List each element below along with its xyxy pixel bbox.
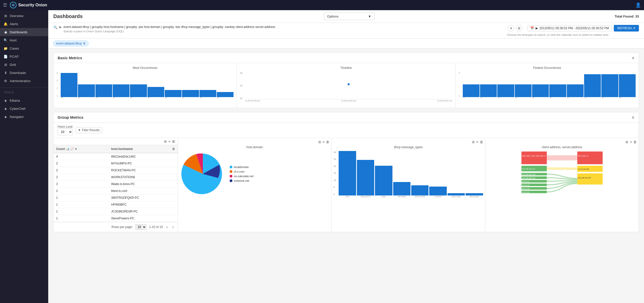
filter-results-button[interactable]: ▼ Filter Results — [76, 127, 102, 133]
bar-list-icon[interactable]: ≡ — [476, 140, 478, 144]
bar — [95, 84, 112, 97]
filter-icon: ▼ — [78, 128, 81, 132]
svg-rect-22 — [577, 152, 603, 164]
bar-inform — [393, 182, 410, 195]
bar-request — [357, 160, 374, 195]
fewest-occurrences-title: Fewest Occurrences — [459, 66, 636, 70]
table-grid-icon[interactable]: ⊞ — [164, 140, 167, 143]
pie-chart-title: host.domain — [180, 145, 329, 149]
page-title: Dashboards — [53, 13, 84, 19]
hostname-table: Count 📊 📈 ▼ — [54, 145, 178, 222]
bar-delete-icon[interactable]: 🗑 — [480, 140, 483, 144]
bar — [601, 74, 618, 97]
user-icon[interactable]: 👤 — [635, 2, 641, 8]
svg-text:10.0.5.15: 10.0.5.15 — [522, 191, 529, 193]
table-row: 2 WORKSTATION6 — [54, 174, 178, 180]
query-settings-button[interactable]: ⚙ — [516, 25, 522, 32]
group-metrics-collapse[interactable]: ∧ — [632, 115, 635, 120]
timeline-x-labels: 11:59:59.999 pm 12:00:00.000 am 12:00:00… — [245, 100, 452, 105]
sidebar-item-overview[interactable]: ⊞ Overview — [0, 12, 48, 20]
filter-tag-close[interactable]: ✕ — [83, 42, 86, 45]
pie-chart-svg — [180, 151, 226, 197]
fetch-limit-select[interactable]: 10 — [58, 129, 73, 135]
rows-per-page-select[interactable]: 10 — [135, 224, 146, 230]
bar — [549, 84, 566, 97]
legend-localdomain: localdomain — [230, 165, 254, 169]
pie-grid-icon[interactable]: ⊞ — [318, 140, 321, 144]
basic-metrics-collapse[interactable]: ∧ — [632, 55, 635, 60]
sankey-grid-icon[interactable]: ⊞ — [625, 140, 628, 144]
count-cell: 1 — [54, 194, 109, 201]
sidebar-item-administration[interactable]: ⚙ Administration — [0, 77, 48, 85]
svg-rect-26 — [577, 173, 603, 185]
count-bar-icon[interactable]: 📈 — [70, 147, 74, 150]
count-cell: 2 — [54, 187, 109, 194]
refresh-icon: ↺ — [633, 26, 635, 30]
bar-grid-icon[interactable]: ⊞ — [472, 140, 475, 144]
table-row: 2 ROCKETMAN-PC — [54, 167, 178, 174]
administration-icon: ⚙ — [4, 79, 8, 83]
dhcp-bars — [339, 151, 483, 195]
hamburger-menu[interactable]: ☰ — [3, 2, 7, 8]
sidebar-item-alerts[interactable]: 🔔 Alerts — [0, 20, 48, 28]
table-row: 1 HP900BFC — [54, 201, 178, 208]
sidebar-item-pcap[interactable]: 📄 PCAP — [0, 52, 48, 60]
bar-discover — [411, 185, 428, 195]
svg-rect-5 — [521, 152, 547, 164]
svg-text:192.168.1.1: 192.168.1.1 — [578, 155, 589, 157]
navigator-icon: ◈ — [4, 115, 8, 119]
refresh-button[interactable]: REFRESH ↺ — [614, 25, 639, 32]
options-dropdown[interactable]: Options ▼ — [324, 13, 375, 20]
sankey-list-icon[interactable]: ≡ — [630, 140, 632, 144]
hunt-icon: 🔍 — [4, 38, 8, 42]
bar — [113, 84, 129, 97]
table-row: 2 MYHUMPS-PC — [54, 160, 178, 167]
pagination-next[interactable]: › — [171, 225, 175, 229]
pie-list-icon[interactable]: ≡ — [323, 140, 325, 144]
hostname-delete-icon[interactable]: 🗑 — [172, 147, 175, 151]
group-table-container: ⊞ ≡ 🗑 Count — [54, 138, 178, 232]
table-body: 4 8fd12edd2dc1462 2 MYHUMPS-PC 2 ROCKETM… — [54, 153, 178, 222]
time-selector[interactable]: 📅 ▶ 2012/05/11 05:30:52 PM - 2022/05/11 … — [527, 25, 612, 31]
sankey-delete-icon[interactable]: 🗑 — [633, 140, 637, 144]
pie-delete-icon[interactable]: 🗑 — [326, 140, 329, 144]
sidebar-item-dashboards[interactable]: ◉ Dashboards — [0, 28, 48, 36]
sidebar-item-cases[interactable]: 📁 Cases — [0, 44, 48, 52]
sidebar-item-kibana[interactable]: ◈ Kibana — [0, 96, 48, 104]
overview-icon: ⊞ — [4, 14, 8, 18]
pagination-prev[interactable]: ‹ — [165, 225, 169, 229]
rows-per-page-label: Rows per page: — [111, 225, 133, 229]
query-expand-icon[interactable]: ▶ — [59, 25, 61, 29]
bar — [463, 84, 480, 97]
count-chart-icon[interactable]: 📊 — [66, 147, 70, 150]
hostname-cell: HP900BFC — [109, 201, 178, 208]
table-list-icon[interactable]: ≡ — [168, 140, 170, 143]
sidebar-item-hunt[interactable]: 🔍 Hunt — [0, 36, 48, 44]
sidebar-item-downloads[interactable]: ⬇ Downloads — [0, 69, 48, 77]
count-dropdown-icon[interactable]: ▼ — [75, 147, 77, 150]
count-cell: 2 — [54, 180, 109, 187]
group-metrics-content: ⊞ ≡ 🗑 Count — [54, 138, 639, 232]
count-column-header: Count 📊 📈 ▼ — [54, 145, 109, 153]
sankey-title: client.address, server.address — [487, 145, 637, 149]
query-text[interactable]: event.dataset:dhcp | groupby host.hostna… — [63, 25, 506, 29]
cyberchef-icon: ◈ — [4, 107, 8, 111]
most-occurrences-panel: Most Occurrences 4 3 2 1 — [54, 63, 237, 108]
time-arrow-icon: ▶ — [536, 26, 538, 30]
sidebar-item-cyberchef[interactable]: ◈ CyberChef — [0, 104, 48, 113]
table-delete-icon[interactable]: 🗑 — [172, 140, 175, 143]
fetch-limit-row: Fetch Limit 10 ▼ Filter Results — [54, 123, 639, 138]
query-clear-button[interactable]: ✕ — [508, 25, 514, 32]
topbar: ☰ Security Onion 👤 — [0, 0, 644, 10]
hostname-cell: Wade-is-boss-PC — [109, 180, 178, 187]
sankey-svg: 192.168.1.103 192.168.1.1 192.168.204.13… — [487, 151, 637, 207]
count-cell: 1 — [54, 201, 109, 208]
bar-decline — [448, 193, 465, 195]
count-cell: 4 — [54, 153, 109, 160]
fewest-occurrences-labels: 38NTRGDFQKR-PC HP900BFC JC3GB6JRD3R-PC S… — [463, 97, 636, 105]
timeline-svg — [245, 72, 452, 100]
svg-point-2 — [13, 5, 14, 6]
sidebar-item-navigator[interactable]: ◈ Navigator — [0, 113, 48, 121]
count-cell: 2 — [54, 174, 109, 180]
sidebar-item-grid[interactable]: ⊞ Grid — [0, 60, 48, 69]
